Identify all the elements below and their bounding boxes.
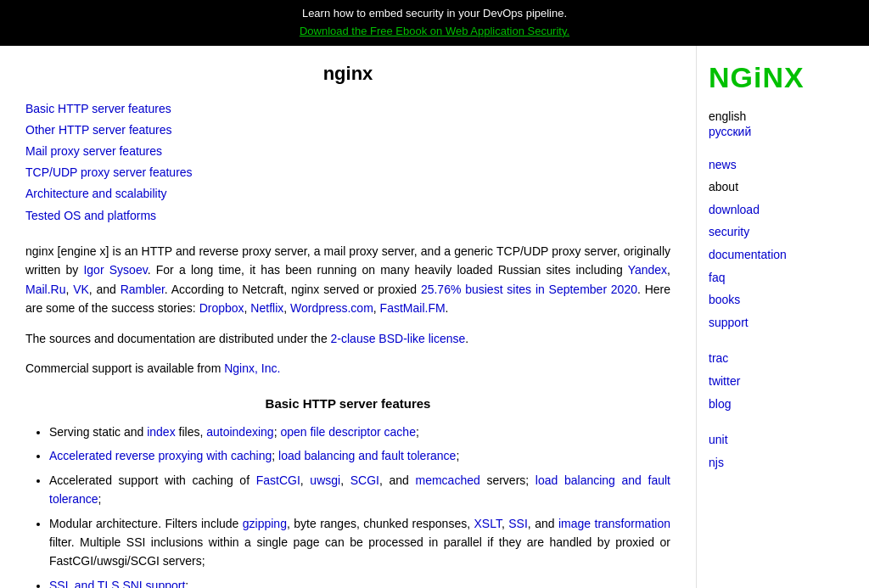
accel-reverse-link[interactable]: Accelerated reverse proxying with cachin… xyxy=(49,449,272,462)
lang-english: english xyxy=(709,109,845,123)
index-link[interactable]: index xyxy=(147,425,175,439)
busiest-sites-link[interactable]: 25.76% busiest sites in September 2020 xyxy=(421,283,637,296)
autoindexing-link[interactable]: autoindexing xyxy=(206,425,273,439)
sidebar-item-security[interactable]: security xyxy=(709,221,845,244)
list-item: Serving static and index files, autoinde… xyxy=(49,423,670,441)
nav-link-arch[interactable]: Architecture and scalability xyxy=(25,183,670,204)
banner-text: Learn how to embed security in your DevO… xyxy=(302,7,567,20)
scgi-link[interactable]: SCGI xyxy=(350,473,379,487)
list-item: SSL and TLS SNI support; xyxy=(49,576,670,588)
dropbox-link[interactable]: Dropbox xyxy=(199,301,244,315)
top-banner: Learn how to embed security in your DevO… xyxy=(0,0,869,46)
wordpress-link[interactable]: Wordpress.com xyxy=(290,301,373,315)
sidebar-item-trac[interactable]: trac xyxy=(709,347,845,370)
yandex-link[interactable]: Yandex xyxy=(628,263,667,277)
sidebar-item-twitter[interactable]: twitter xyxy=(709,370,845,393)
sidebar-item-unit[interactable]: unit xyxy=(709,428,845,451)
uwsgi-link[interactable]: uwsgi xyxy=(310,473,340,487)
sidebar-item-documentation[interactable]: documentation xyxy=(709,244,845,266)
nav-links: Basic HTTP server features Other HTTP se… xyxy=(25,98,670,227)
igor-sysoev-link[interactable]: Igor Sysoev xyxy=(83,263,147,277)
nginx-logo: NGiNX xyxy=(709,61,845,94)
sidebar-item-about: about xyxy=(709,176,845,199)
list-item: Accelerated reverse proxying with cachin… xyxy=(49,446,670,465)
ssl-tls-link[interactable]: SSL and TLS SNI support xyxy=(49,579,185,588)
fastmail-link[interactable]: FastMail.FM xyxy=(380,301,446,315)
fastcgi-link[interactable]: FastCGI xyxy=(256,473,300,487)
nav-link-mail[interactable]: Mail proxy server features xyxy=(25,141,670,162)
sidebar-item-faq[interactable]: faq xyxy=(709,266,845,289)
gzipping-link[interactable]: gzipping xyxy=(243,517,287,530)
sidebar-nav-group-1: news about download security documentati… xyxy=(709,154,845,334)
mailru-link[interactable]: Mail.Ru xyxy=(25,283,65,296)
banner-link[interactable]: Download the Free Ebook on Web Applicati… xyxy=(300,25,569,37)
page-title: nginx xyxy=(25,63,670,85)
logo-text: NGiNX xyxy=(709,61,805,93)
nav-link-tested[interactable]: Tested OS and platforms xyxy=(25,205,670,227)
sidebar: NGiNX english русский news about downloa… xyxy=(696,46,857,588)
section-heading: Basic HTTP server features xyxy=(25,396,670,411)
open-file-descriptor-link[interactable]: open file descriptor cache xyxy=(280,425,416,439)
sidebar-item-blog[interactable]: blog xyxy=(709,393,845,416)
sidebar-item-download[interactable]: download xyxy=(709,199,845,221)
sidebar-item-support[interactable]: support xyxy=(709,311,845,334)
list-item: Modular architecture. Filters include gz… xyxy=(49,514,670,571)
vk-link[interactable]: VK xyxy=(73,283,89,296)
netflix-link[interactable]: Netflix xyxy=(250,301,283,315)
sidebar-item-books[interactable]: books xyxy=(709,288,845,311)
feature-list: Serving static and index files, autoinde… xyxy=(25,423,670,588)
main-content: nginx Basic HTTP server features Other H… xyxy=(0,46,696,588)
load-balancing-link[interactable]: load balancing and fault tolerance xyxy=(278,449,456,462)
sidebar-item-news[interactable]: news xyxy=(709,154,845,176)
language-section: english русский xyxy=(709,109,845,138)
nav-link-basic[interactable]: Basic HTTP server features xyxy=(25,98,670,120)
xslt-link[interactable]: XSLT xyxy=(474,517,502,530)
memcached-link[interactable]: memcached xyxy=(415,473,479,487)
sidebar-nav-group-3: unit njs xyxy=(709,428,845,473)
nav-link-other[interactable]: Other HTTP server features xyxy=(25,120,670,141)
sidebar-item-njs[interactable]: njs xyxy=(709,451,845,474)
ssi-link[interactable]: SSI xyxy=(508,517,528,530)
license-link[interactable]: 2-clause BSD-like license xyxy=(331,332,466,345)
lang-russian-link[interactable]: русский xyxy=(709,125,751,138)
layout: nginx Basic HTTP server features Other H… xyxy=(0,46,869,588)
nginx-inc-link[interactable]: Nginx, Inc. xyxy=(224,361,280,375)
license-paragraph: The sources and documentation are distri… xyxy=(25,329,670,348)
intro-paragraph: nginx [engine x] is an HTTP and reverse … xyxy=(25,242,670,318)
list-item: Accelerated support with caching of Fast… xyxy=(49,471,670,509)
image-transform-link[interactable]: image transformation xyxy=(558,517,670,530)
rambler-link[interactable]: Rambler xyxy=(121,283,165,296)
sidebar-nav-group-2: trac twitter blog xyxy=(709,347,845,415)
nav-link-tcpudp[interactable]: TCP/UDP proxy server features xyxy=(25,162,670,183)
commercial-paragraph: Commercial support is available from Ngi… xyxy=(25,359,670,378)
